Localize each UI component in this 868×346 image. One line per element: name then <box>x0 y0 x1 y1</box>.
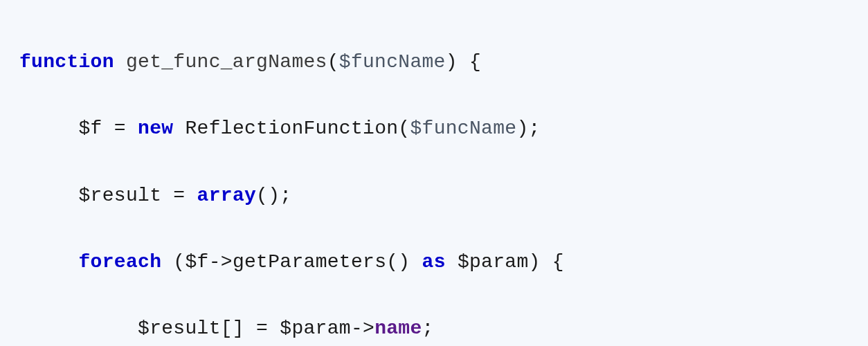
code-line-3: $result = array(); <box>19 179 849 212</box>
variable-f: $f <box>185 251 208 273</box>
paren-close: ) <box>529 251 541 273</box>
paren-close: ) <box>516 118 528 139</box>
parameter: $funcName <box>410 118 516 139</box>
class-name: ReflectionFunction <box>185 118 398 139</box>
variable-result: $result <box>79 185 162 206</box>
parameter: $funcName <box>339 51 446 73</box>
semicolon: ; <box>422 318 434 339</box>
paren-open: ( <box>398 118 410 139</box>
code-line-2: $f = new ReflectionFunction($funcName); <box>19 112 849 145</box>
keyword-function: function <box>19 51 114 73</box>
brackets: [] <box>221 318 244 339</box>
arrow: -> <box>209 251 233 273</box>
brace-open: { <box>469 51 481 73</box>
property-name: name <box>374 318 422 339</box>
method-name: getParameters <box>233 251 386 273</box>
keyword-new: new <box>138 118 173 139</box>
equals: = <box>173 185 185 206</box>
code-line-4: foreach ($f->getParameters() as $param) … <box>19 246 849 279</box>
variable-f: $f <box>79 118 102 139</box>
variable-param: $param <box>280 318 351 339</box>
variable-result: $result <box>138 318 221 339</box>
code-block: function get_func_argNames($funcName) { … <box>19 12 849 346</box>
parens: () <box>256 185 280 206</box>
semicolon: ; <box>529 118 541 139</box>
brace-open: { <box>552 251 564 273</box>
equals: = <box>114 118 126 139</box>
function-name: get_func_argNames <box>126 51 327 73</box>
equals: = <box>256 318 268 339</box>
parens: () <box>386 251 410 273</box>
arrow: -> <box>351 318 374 339</box>
code-line-1: function get_func_argNames($funcName) { <box>19 46 849 79</box>
paren-open: ( <box>173 251 185 273</box>
keyword-array: array <box>197 185 257 206</box>
keyword-foreach: foreach <box>79 251 162 273</box>
semicolon: ; <box>280 185 291 206</box>
keyword-as: as <box>422 251 446 273</box>
paren-close: ) <box>446 51 458 73</box>
variable-param: $param <box>458 251 529 273</box>
code-line-5: $result[] = $param->name; <box>19 312 849 345</box>
paren-open: ( <box>327 51 339 73</box>
